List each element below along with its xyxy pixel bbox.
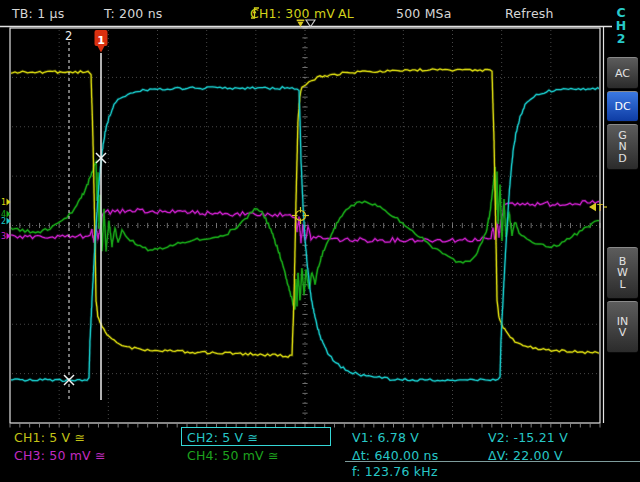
cursor-v1-readout: V1: 6.78 V: [352, 430, 419, 445]
cursor-2-label: 2: [65, 29, 72, 43]
svg-text:1: 1: [1, 198, 6, 207]
ch1-scale-readout[interactable]: CH1: 5 V ≅: [14, 430, 85, 445]
frequency-separator: [345, 461, 640, 462]
gnd-button-label: GND: [617, 130, 629, 165]
bandwidth-limit-button[interactable]: BWL: [607, 247, 638, 299]
trigger-slope-rising-icon: [250, 6, 260, 20]
timebase-readout[interactable]: TB: 1 μs: [12, 6, 64, 21]
acquisition-mode-readout[interactable]: Refresh: [505, 6, 554, 21]
invert-button[interactable]: INV: [607, 301, 638, 353]
coupling-gnd-button[interactable]: GND: [607, 124, 638, 170]
sample-rate-readout: 500 MSa: [396, 6, 452, 21]
channel-position-markers: 1423: [1, 198, 11, 241]
menu-title-ch2: CH2: [615, 6, 627, 45]
cursor-1-label: 1: [97, 34, 105, 47]
svg-text:2: 2: [1, 217, 6, 226]
trigger-time-readout[interactable]: T: 200 ns: [104, 6, 163, 21]
ac-button-label: AC: [615, 67, 630, 80]
coupling-dc-button[interactable]: DC: [607, 91, 638, 122]
trigger-source-label: CH1: 300 mV: [250, 6, 335, 21]
cursor-freq-readout: f: 123.76 kHz: [352, 464, 438, 479]
trigger-settings-readout[interactable]: CH1: 300 mV AL: [250, 6, 354, 21]
ch3-position-marker[interactable]: 3: [1, 232, 11, 241]
trigger-level-label: T: [596, 202, 603, 213]
scope-display: 21T1423: [0, 0, 640, 482]
inv-button-label: INV: [617, 316, 629, 339]
dc-button-label: DC: [614, 100, 630, 113]
trigger-markers: T: [292, 20, 607, 225]
ch2-position-marker[interactable]: 2: [1, 217, 11, 226]
cursor-v2-readout: V2: -15.21 V: [488, 430, 568, 445]
ch4-scale-readout[interactable]: CH4: 50 mV ≅: [187, 448, 279, 463]
coupling-ac-button[interactable]: AC: [607, 57, 638, 89]
trigger-mode-label: AL: [338, 6, 354, 21]
ch2-scale-readout[interactable]: CH2: 5 V ≅: [187, 430, 258, 445]
ch3-scale-readout[interactable]: CH3: 50 mV ≅: [14, 448, 106, 463]
bwl-button-label: BWL: [617, 256, 629, 291]
oscilloscope-screen: 21T1423 TB: 1 μs T: 200 ns CH1: 300 mV A…: [0, 0, 640, 482]
svg-text:3: 3: [1, 232, 6, 241]
reference-position-marker: [306, 20, 315, 27]
cursor-1-flag-tip: [98, 46, 105, 53]
ch1-position-marker[interactable]: 1: [1, 198, 11, 207]
